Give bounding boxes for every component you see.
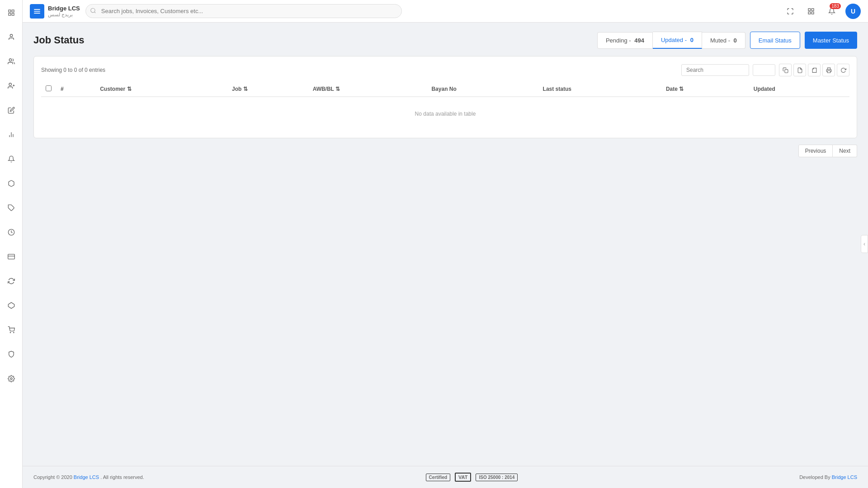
search-bar [85,4,402,18]
tab-pending-count: 494 [634,37,644,44]
fullscreen-button[interactable] [783,4,797,19]
table-card: Showing 0 to 0 of 0 entries 25 [33,56,857,138]
svg-point-18 [13,332,14,333]
col-number: # [56,82,95,97]
bell-icon[interactable] [3,151,19,167]
copy-button[interactable] [779,64,792,76]
table-toolbar: Showing 0 to 0 of 0 entries 25 [41,64,849,76]
master-status-button[interactable]: Master Status [805,32,857,49]
brand-name: Bridge LCS [48,5,80,12]
table-search-input[interactable] [681,64,749,76]
iso-badge: ISO 25000 : 2014 [476,474,518,481]
group-icon[interactable] [3,53,19,70]
svg-rect-25 [784,69,788,72]
person-add-icon[interactable] [3,78,19,94]
collapse-handle[interactable]: ‹ [861,235,868,253]
search-icon [90,7,96,15]
table-controls: 25 [681,64,849,76]
tab-pending[interactable]: Pending - 494 [597,32,653,49]
shield-icon[interactable] [3,346,19,362]
csv-button[interactable] [808,64,821,76]
app-container: // Sidebar icons rendered inline after b… [0,0,868,488]
svg-point-19 [10,378,12,380]
refresh-icon[interactable] [3,273,19,289]
gem-icon[interactable] [3,297,19,314]
svg-rect-14 [8,254,14,259]
tab-pending-label: Pending [606,37,627,44]
previous-button[interactable]: Previous [798,145,833,157]
svg-rect-0 [9,10,11,12]
svg-rect-1 [12,10,14,12]
col-last-status: Last status [538,82,661,97]
svg-point-5 [9,59,11,61]
next-button[interactable]: Next [833,145,857,157]
col-awb[interactable]: AWB/BL ⇅ [308,82,427,97]
cart-icon[interactable] [3,322,19,338]
tabs-row: Pending - 494 Updated - 0 Muted - 0 [597,32,745,49]
print-button[interactable] [822,64,835,76]
grid-button[interactable] [804,4,818,19]
svg-point-4 [10,34,12,37]
brand-arabic: بريدج لسس [48,12,80,18]
tab-updated-count: 0 [690,37,693,43]
person-icon[interactable] [3,29,19,45]
chart-icon[interactable] [3,127,19,143]
svg-rect-21 [808,9,811,11]
notification-badge: 183 [830,3,841,9]
col-date[interactable]: Date ⇅ [661,82,749,97]
footer-left: Copyright © 2020 Bridge LCS . All rights… [33,474,144,480]
page-title: Job Status [33,34,84,46]
tab-muted-label: Muted [710,37,726,44]
box-icon[interactable] [3,175,19,192]
brand: Bridge LCS بريدج لسس [30,4,80,19]
card-icon[interactable] [3,249,19,265]
svg-point-20 [91,8,95,12]
tab-muted[interactable]: Muted - 0 [702,32,745,49]
col-updated: Updated [749,82,849,97]
page-actions: Pending - 494 Updated - 0 Muted - 0 Emai… [597,32,857,49]
svg-rect-26 [827,70,830,72]
user-avatar-button[interactable]: U [845,4,861,19]
tab-muted-count: 0 [734,37,737,44]
svg-rect-23 [808,12,811,14]
brand-text: Bridge LCS بريدج لسس [48,5,80,18]
svg-point-6 [9,83,11,85]
topbar: Bridge LCS بريدج لسس 183 [23,0,868,23]
refresh-table-button[interactable] [837,64,849,76]
footer: Copyright © 2020 Bridge LCS . All rights… [23,466,868,488]
tab-updated[interactable]: Updated - 0 [653,32,702,49]
svg-rect-22 [811,9,814,11]
notification-button[interactable]: 183 [825,4,839,19]
svg-marker-16 [8,302,14,308]
vat-badge: VAT [455,473,471,482]
dashboard-icon[interactable] [3,5,19,21]
brand-logo [30,4,44,19]
footer-rights: . All rights reserved. [100,474,144,480]
no-data-message: No data available in table [41,97,849,131]
footer-brand-link[interactable]: Bridge LCS [74,474,99,480]
col-customer[interactable]: Customer ⇅ [95,82,227,97]
showing-text: Showing 0 to 0 of 0 entries [41,67,105,73]
svg-rect-3 [12,13,14,15]
tag-icon[interactable] [3,200,19,216]
settings-icon[interactable] [3,371,19,387]
footer-center: Certified VAT ISO 25000 : 2014 [426,473,518,482]
pagination-row: Previous Next [33,145,857,157]
dev-link[interactable]: Bridge LCS [832,474,857,480]
col-job[interactable]: Job ⇅ [227,82,308,97]
global-search-input[interactable] [85,4,402,18]
sidebar: // Sidebar icons rendered inline after b… [0,0,23,488]
excel-button[interactable] [793,64,806,76]
tab-updated-label: Updated [661,37,683,43]
select-all-checkbox[interactable] [46,85,52,91]
per-page-input[interactable]: 25 [753,64,775,76]
email-status-button[interactable]: Email Status [750,32,800,49]
no-data-row: No data available in table [41,97,849,131]
certified-badge: Certified [426,474,451,481]
svg-point-17 [10,332,10,333]
svg-rect-2 [9,13,11,15]
topbar-right: 183 U [783,4,861,19]
clock-icon[interactable] [3,224,19,240]
edit-icon[interactable] [3,102,19,118]
content: Job Status Pending - 494 Updated - 0 Mut… [23,23,868,466]
